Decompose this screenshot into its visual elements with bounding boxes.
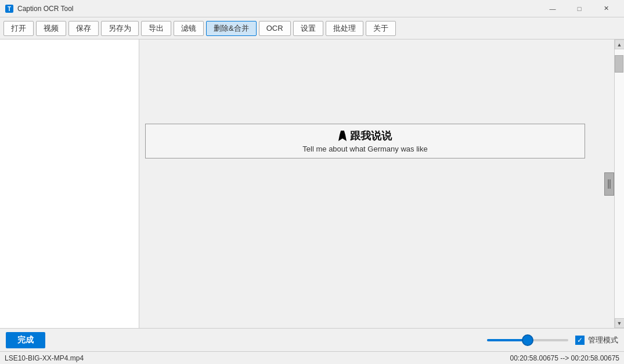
right-scrollbar: ▲ ▼: [614, 39, 624, 328]
toolbar-btn-export[interactable]: 导出: [141, 21, 171, 36]
toolbar-btn-open[interactable]: 打开: [3, 21, 34, 36]
left-panel-content: [0, 39, 139, 328]
file-name: LSE10-BIG-XX-MP4.mp4: [5, 354, 84, 362]
left-panel: [0, 39, 139, 328]
scroll-down-button[interactable]: ▼: [615, 318, 625, 328]
window-title: Caption OCR Tool: [17, 5, 539, 13]
svg-text:T: T: [8, 6, 11, 12]
slider-track[interactable]: [487, 339, 568, 341]
checkmark-icon: ✓: [577, 337, 583, 344]
statusbar: LSE10-BIG-XX-MP4.mp4 00:20:58.00675 --> …: [0, 351, 624, 364]
caption-marker-icon: [338, 131, 347, 141]
slider-thumb[interactable]: [522, 334, 533, 346]
bottombar: 完成 ✓ 管理模式: [0, 328, 624, 351]
caption-line2: Tell me about what Germany was like: [302, 145, 427, 153]
time-range: 00:20:58.00675 --> 00:20:58.00675: [510, 354, 620, 362]
content-area: 跟我说说 Tell me about what Germany was like: [139, 39, 614, 328]
maximize-button[interactable]: □: [566, 0, 593, 17]
scroll-thumb[interactable]: [615, 55, 623, 73]
toolbar: 打开视频保存另存为导出滤镜删除&合并OCR设置批处理关于: [0, 17, 624, 39]
toolbar-btn-batch[interactable]: 批处理: [326, 21, 363, 36]
app-icon: T: [5, 4, 14, 13]
toolbar-btn-about[interactable]: 关于: [366, 21, 396, 36]
slider-area: ✓ 管理模式: [52, 335, 618, 345]
toolbar-btn-delete_merge[interactable]: 删除&合并: [206, 21, 257, 36]
manage-mode-label: 管理模式: [588, 335, 618, 345]
window-controls: — □ ✕: [539, 0, 619, 17]
scroll-up-button[interactable]: ▲: [615, 39, 625, 49]
toolbar-btn-filter[interactable]: 滤镜: [174, 21, 204, 36]
caption-text-chinese: 跟我说说: [350, 129, 392, 143]
done-button[interactable]: 完成: [6, 332, 45, 348]
caption-line1: 跟我说说: [338, 129, 392, 143]
main-area: 跟我说说 Tell me about what Germany was like…: [0, 39, 624, 328]
toolbar-btn-save[interactable]: 保存: [68, 21, 99, 36]
caption-box: 跟我说说 Tell me about what Germany was like: [145, 124, 585, 158]
toolbar-btn-saveas[interactable]: 另存为: [101, 21, 139, 36]
titlebar: T Caption OCR Tool — □ ✕: [0, 0, 624, 17]
panel-resize-handle[interactable]: [604, 172, 614, 196]
checkbox-area: ✓ 管理模式: [575, 335, 618, 345]
toolbar-btn-ocr[interactable]: OCR: [259, 21, 291, 36]
manage-mode-checkbox[interactable]: ✓: [575, 336, 585, 345]
scroll-track[interactable]: [615, 49, 625, 318]
minimize-button[interactable]: —: [539, 0, 566, 17]
toolbar-btn-video[interactable]: 视频: [36, 21, 66, 36]
toolbar-btn-settings[interactable]: 设置: [293, 21, 323, 36]
close-button[interactable]: ✕: [593, 0, 619, 17]
